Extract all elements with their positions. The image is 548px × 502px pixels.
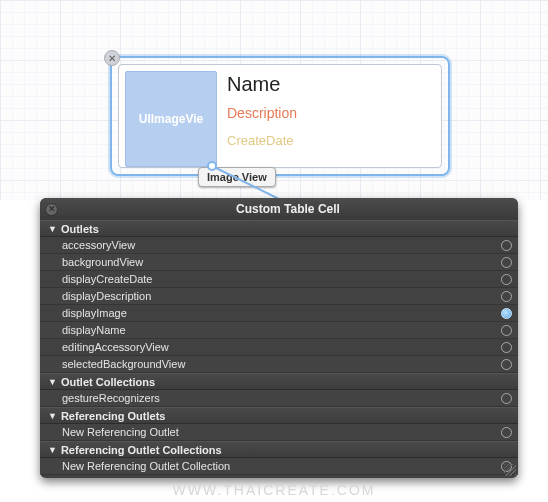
- section-title: Referencing Outlet Collections: [61, 444, 222, 456]
- table-cell-prototype[interactable]: ✕ UIImageVie Name Description CreateDate: [110, 56, 450, 176]
- outlet-row[interactable]: accessoryView: [40, 237, 518, 254]
- connection-port-icon[interactable]: [501, 274, 512, 285]
- connections-inspector[interactable]: ✕ Custom Table Cell ▼OutletsaccessoryVie…: [40, 198, 518, 478]
- outlet-row[interactable]: displayCreateDate: [40, 271, 518, 288]
- outlet-label: New Referencing Outlet Collection: [62, 460, 501, 472]
- panel-title: Custom Table Cell: [58, 202, 518, 216]
- outlet-row[interactable]: editingAccessoryView: [40, 339, 518, 356]
- outlet-label: selectedBackgroundView: [62, 358, 501, 370]
- close-icon[interactable]: ✕: [104, 50, 120, 66]
- outlet-row[interactable]: New Referencing Outlet Collection: [40, 458, 518, 475]
- outlet-row[interactable]: New Referencing Outlet: [40, 424, 518, 441]
- outlet-row[interactable]: displayImage: [40, 305, 518, 322]
- watermark: WWW.THAICREATE.COM: [173, 482, 376, 498]
- section-title: Referencing Outlets: [61, 410, 166, 422]
- uiimageview[interactable]: UIImageVie: [125, 71, 217, 167]
- section-header[interactable]: ▼Referencing Outlet Collections: [40, 441, 518, 458]
- cell-content: UIImageVie Name Description CreateDate: [118, 64, 442, 168]
- outlet-row[interactable]: backgroundView: [40, 254, 518, 271]
- connection-port-icon[interactable]: [501, 359, 512, 370]
- outlet-label: accessoryView: [62, 239, 501, 251]
- disclosure-triangle-icon[interactable]: ▼: [48, 377, 57, 387]
- section-title: Outlet Collections: [61, 376, 155, 388]
- disclosure-triangle-icon[interactable]: ▼: [48, 411, 57, 421]
- resize-handle-icon[interactable]: [504, 464, 516, 476]
- description-label[interactable]: Description: [227, 105, 297, 121]
- section-header[interactable]: ▼Referencing Outlets: [40, 407, 518, 424]
- connection-port-icon[interactable]: [501, 342, 512, 353]
- outlet-row[interactable]: displayDescription: [40, 288, 518, 305]
- panel-close-icon[interactable]: ✕: [45, 203, 58, 216]
- createdate-label[interactable]: CreateDate: [227, 133, 293, 148]
- section-title: Outlets: [61, 223, 99, 235]
- outlet-label: displayName: [62, 324, 501, 336]
- outlet-label: displayCreateDate: [62, 273, 501, 285]
- connection-port-icon[interactable]: [501, 393, 512, 404]
- outlet-label: gestureRecognizers: [62, 392, 501, 404]
- outlet-label: displayDescription: [62, 290, 501, 302]
- disclosure-triangle-icon[interactable]: ▼: [48, 445, 57, 455]
- panel-body: ▼OutletsaccessoryViewbackgroundViewdispl…: [40, 220, 518, 475]
- outlet-label: backgroundView: [62, 256, 501, 268]
- connection-port-icon[interactable]: [501, 325, 512, 336]
- connection-port-icon[interactable]: [501, 308, 512, 319]
- tooltip: Image View: [198, 167, 276, 187]
- connection-port-icon[interactable]: [501, 427, 512, 438]
- outlet-label: New Referencing Outlet: [62, 426, 501, 438]
- uiimageview-label: UIImageVie: [139, 112, 203, 126]
- section-header[interactable]: ▼Outlet Collections: [40, 373, 518, 390]
- outlet-row[interactable]: displayName: [40, 322, 518, 339]
- connection-port-icon[interactable]: [501, 291, 512, 302]
- outlet-row[interactable]: gestureRecognizers: [40, 390, 518, 407]
- disclosure-triangle-icon[interactable]: ▼: [48, 224, 57, 234]
- panel-titlebar[interactable]: ✕ Custom Table Cell: [40, 198, 518, 220]
- connection-port-icon[interactable]: [501, 257, 512, 268]
- connection-port-icon[interactable]: [501, 240, 512, 251]
- section-header[interactable]: ▼Outlets: [40, 220, 518, 237]
- outlet-label: displayImage: [62, 307, 501, 319]
- outlet-row[interactable]: selectedBackgroundView: [40, 356, 518, 373]
- outlet-label: editingAccessoryView: [62, 341, 501, 353]
- name-label[interactable]: Name: [227, 73, 280, 96]
